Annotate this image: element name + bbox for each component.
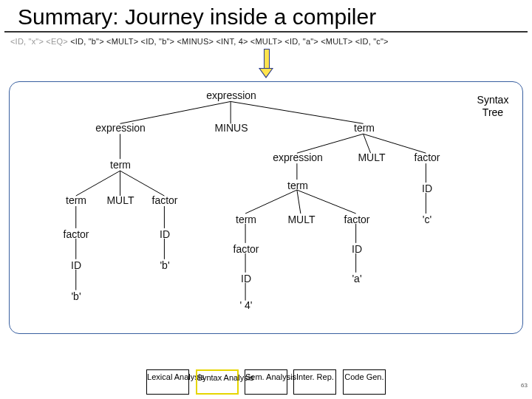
- svg-line-14: [364, 134, 426, 153]
- node: 'b': [160, 259, 169, 271]
- token-stream: <ID, "x"> <EQ> <ID, "b"> <MULT> <ID, "b"…: [0, 33, 532, 46]
- tree-edges: [10, 82, 522, 333]
- stage-syntax: Syntax Analysis: [196, 369, 239, 395]
- node: MULT: [358, 151, 385, 163]
- svg-line-6: [120, 171, 165, 196]
- node: MULT: [106, 194, 134, 206]
- token-dim: <ID, "x">: [10, 37, 44, 46]
- stage-ir: Inter. Rep.: [293, 369, 336, 395]
- compiler-stages: Lexical Analysis Syntax Analysis Sem. An…: [0, 369, 532, 395]
- svg-line-4: [76, 171, 120, 196]
- node: ID: [241, 273, 251, 284]
- stage-codegen: Code Gen.: [343, 369, 386, 395]
- node: 'a': [352, 273, 361, 284]
- stage-lexical: Lexical Analysis: [146, 369, 189, 395]
- svg-line-13: [364, 134, 371, 153]
- node: ID: [422, 183, 432, 194]
- token-dim: <EQ>: [46, 37, 68, 46]
- node: expression: [95, 122, 146, 134]
- node: MULT: [287, 214, 315, 225]
- node: MINUS: [214, 122, 248, 134]
- node: factor: [151, 194, 177, 206]
- node: factor: [63, 228, 89, 240]
- syntax-tree-panel: SyntaxTree: [9, 81, 523, 334]
- page-number: 63: [521, 382, 528, 389]
- node: term: [236, 214, 256, 225]
- node: 'c': [423, 214, 432, 225]
- svg-line-19: [297, 190, 301, 214]
- node: term: [110, 159, 131, 171]
- syntax-tree-label: SyntaxTree: [471, 94, 515, 119]
- node: expression: [273, 151, 323, 163]
- node: ID: [160, 228, 170, 240]
- svg-line-20: [297, 190, 356, 214]
- token-active: <ID, "b"> <MULT> <ID, "b"> <MINUS> <INT,…: [70, 37, 389, 46]
- svg-line-0: [120, 101, 231, 123]
- node: factor: [344, 214, 369, 225]
- svg-line-18: [245, 190, 297, 214]
- node: factor: [233, 243, 259, 255]
- node: 'b': [71, 290, 81, 302]
- arrow-down: [0, 49, 532, 80]
- node: ID: [71, 259, 81, 271]
- svg-line-2: [231, 101, 363, 123]
- node: term: [287, 180, 308, 191]
- page-title: Summary: Journey inside a compiler: [4, 0, 528, 33]
- stage-semantic: Sem. Analysis: [245, 369, 287, 395]
- arrow-icon: [261, 49, 271, 77]
- node: term: [66, 194, 86, 206]
- node: ' 4': [239, 299, 252, 311]
- node-root: expression: [206, 89, 256, 101]
- node: term: [354, 122, 375, 134]
- node: factor: [414, 151, 440, 163]
- node: ID: [352, 243, 362, 255]
- svg-line-12: [297, 134, 364, 153]
